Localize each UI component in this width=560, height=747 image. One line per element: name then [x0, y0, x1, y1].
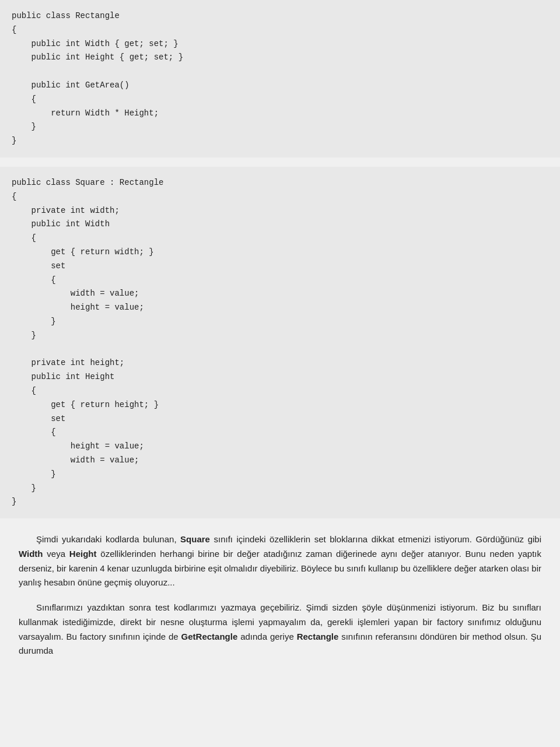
- square-code: public class Square : Rectangle { privat…: [0, 167, 560, 518]
- code-section-square: public class Square : Rectangle { privat…: [0, 167, 560, 518]
- para1-bold1: Square: [180, 534, 210, 544]
- para1-mid: veya: [43, 549, 69, 559]
- para2-bold1: GetRectangle: [181, 632, 238, 641]
- para2-end: adında geriye: [237, 632, 296, 641]
- paragraph-2: Sınıflarımızı yazdıktan sonra test kodla…: [19, 601, 541, 658]
- para1-after-bold3: özelliklerinden herhangi birine bir değe…: [19, 549, 541, 588]
- code-section-rectangle: public class Rectangle { public int Widt…: [0, 0, 560, 157]
- para1-before-bold1: Şimdi yukarıdaki kodlarda bulunan,: [36, 534, 180, 544]
- prose-section: Şimdi yukarıdaki kodlarda bulunan, Squar…: [0, 518, 560, 672]
- code-section-spacer: [0, 157, 560, 167]
- para2-bold2: Rectangle: [297, 632, 339, 641]
- paragraph-1: Şimdi yukarıdaki kodlarda bulunan, Squar…: [19, 532, 541, 590]
- para1-bold2: Width: [19, 549, 43, 559]
- rectangle-code: public class Rectangle { public int Widt…: [0, 0, 560, 157]
- para1-after-bold1: sınıfı içindeki özelliklerin set bloklar…: [210, 534, 541, 544]
- para1-bold3: Height: [69, 549, 97, 559]
